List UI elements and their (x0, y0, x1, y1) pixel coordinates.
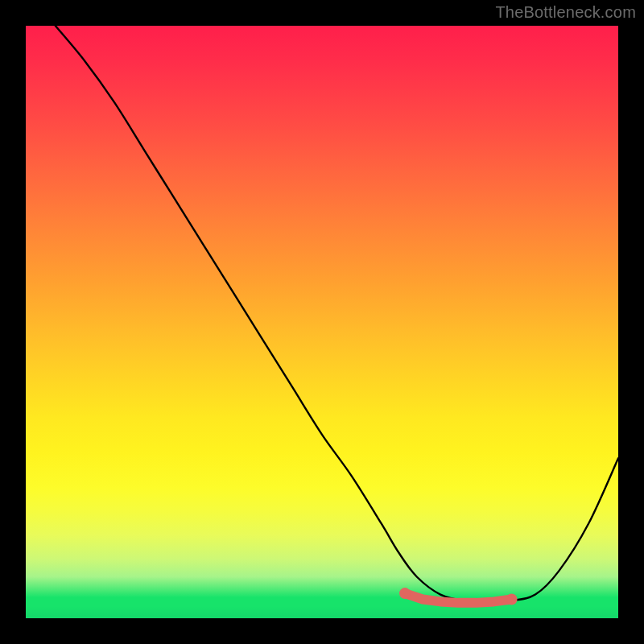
plot-area (26, 26, 618, 618)
watermark-text: TheBottleneck.com (495, 3, 636, 22)
chart-frame: TheBottleneck.com (0, 0, 644, 644)
bottleneck-curve-path (56, 26, 618, 601)
slack-band-path (405, 593, 511, 603)
slack-band-dot (399, 588, 411, 599)
chart-svg (26, 26, 618, 618)
slack-band-dot (506, 593, 518, 605)
